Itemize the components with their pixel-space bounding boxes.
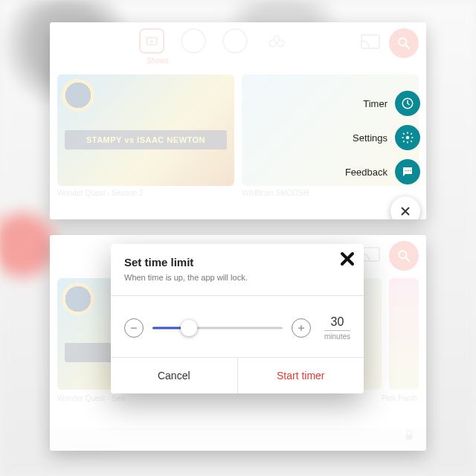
fab-label: Timer bbox=[363, 98, 387, 109]
svg-line-4 bbox=[406, 45, 410, 49]
fab-close[interactable] bbox=[390, 196, 420, 219]
time-slider[interactable] bbox=[152, 320, 283, 336]
gear-icon bbox=[395, 125, 420, 150]
search-button[interactable] bbox=[389, 28, 419, 58]
fab-item-timer[interactable]: Timer bbox=[363, 91, 420, 116]
tab-learning[interactable] bbox=[222, 28, 248, 54]
video-thumbnail[interactable] bbox=[389, 278, 419, 390]
fab-label: Settings bbox=[353, 132, 387, 144]
cast-icon[interactable] bbox=[361, 34, 380, 49]
decrement-button[interactable] bbox=[124, 318, 144, 338]
svg-point-9 bbox=[410, 170, 411, 172]
svg-line-11 bbox=[406, 258, 410, 262]
dialog-subtitle: When time is up, the app will lock. bbox=[124, 273, 350, 282]
screenshot-fab-menu: Shows STAMPY vs ISAAC NEWTON Wonder Ques… bbox=[50, 22, 426, 219]
svg-point-3 bbox=[399, 38, 406, 45]
time-unit: minutes bbox=[324, 332, 350, 341]
dialog-title: Set time limit bbox=[124, 256, 350, 268]
fab-action-menu: Timer Settings Feedback bbox=[345, 91, 420, 219]
svg-rect-12 bbox=[406, 434, 413, 440]
svg-point-1 bbox=[269, 40, 276, 47]
svg-rect-0 bbox=[147, 38, 157, 45]
time-value: 30 bbox=[324, 315, 350, 331]
cancel-button[interactable]: Cancel bbox=[111, 358, 238, 393]
tab-shows-label: Shows bbox=[147, 57, 169, 65]
search-button[interactable] bbox=[389, 241, 419, 271]
fab-item-settings[interactable]: Settings bbox=[353, 125, 420, 150]
tab-shows[interactable] bbox=[139, 28, 164, 54]
lock-icon[interactable] bbox=[402, 428, 416, 445]
video-thumbnail[interactable]: STAMPY vs ISAAC NEWTON bbox=[57, 74, 234, 186]
thumbnail-caption: Wonder Quest - Sea bbox=[57, 394, 212, 402]
tab-music[interactable] bbox=[181, 28, 206, 54]
thumbnail-title: STAMPY vs ISAAC NEWTON bbox=[65, 130, 227, 149]
thumbnail-caption: Wonder Quest - Season 2 bbox=[57, 189, 234, 197]
increment-button[interactable] bbox=[292, 318, 311, 338]
fab-label: Feedback bbox=[345, 167, 387, 178]
category-tabs bbox=[139, 28, 289, 54]
svg-point-8 bbox=[408, 170, 409, 172]
screenshot-timer-dialog: STAMPY Wonder Quest - Sea Pink Panth Set… bbox=[50, 235, 426, 451]
thumbnail-caption bbox=[219, 394, 374, 402]
series-badge-icon bbox=[62, 79, 94, 112]
svg-point-7 bbox=[405, 170, 407, 172]
bottom-toolbar bbox=[50, 428, 426, 451]
svg-point-6 bbox=[406, 136, 410, 140]
series-badge-icon bbox=[62, 283, 94, 315]
tab-explore[interactable] bbox=[264, 28, 289, 54]
time-value-display: 30 minutes bbox=[324, 315, 350, 341]
svg-point-2 bbox=[277, 40, 284, 47]
svg-point-10 bbox=[399, 251, 406, 258]
set-time-limit-dialog: Set time limit When time is up, the app … bbox=[111, 244, 364, 393]
dialog-close-button[interactable] bbox=[338, 250, 356, 271]
close-icon bbox=[390, 196, 420, 219]
thumbnail-caption: Pink Panth bbox=[382, 394, 419, 402]
fab-item-feedback[interactable]: Feedback bbox=[345, 159, 420, 184]
feedback-icon bbox=[395, 159, 420, 184]
clock-icon bbox=[395, 91, 420, 116]
start-timer-button[interactable]: Start timer bbox=[238, 358, 364, 393]
slider-knob[interactable] bbox=[181, 320, 197, 336]
